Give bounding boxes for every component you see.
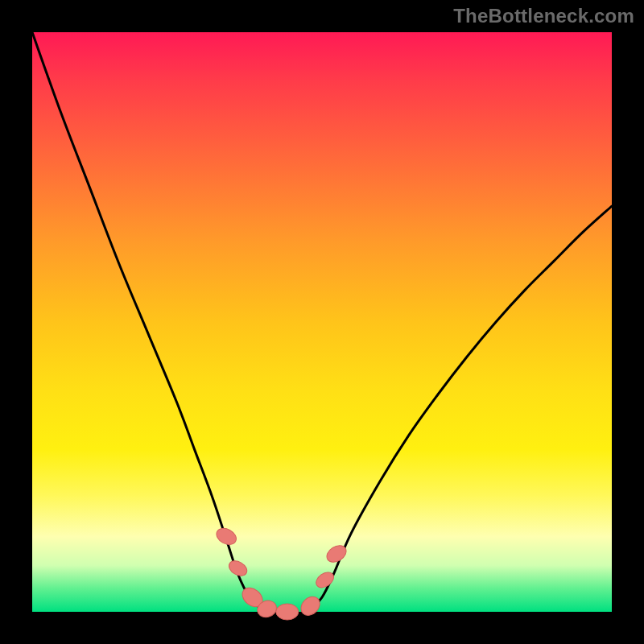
left-marker-1 bbox=[213, 525, 238, 547]
left-curve bbox=[32, 32, 261, 609]
right-curve bbox=[311, 206, 612, 609]
watermark-text: TheBottleneck.com bbox=[453, 5, 634, 27]
chart-frame: TheBottleneck.com bbox=[0, 0, 644, 644]
chart-svg bbox=[32, 32, 612, 612]
chart-plot-area bbox=[32, 32, 612, 612]
right-marker-1 bbox=[297, 593, 324, 620]
bottom-marker-2 bbox=[276, 604, 299, 620]
right-marker-2 bbox=[313, 569, 336, 591]
left-marker-2 bbox=[226, 558, 250, 579]
marker-layer bbox=[213, 525, 349, 620]
curve-layer bbox=[32, 32, 612, 609]
